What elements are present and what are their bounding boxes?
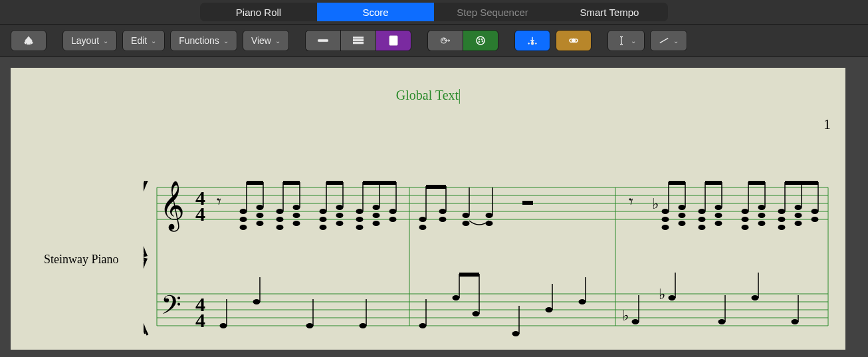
score-page[interactable]: Global Text 1 Steinway Piano 𝄞 𝄢 4 [11, 68, 845, 350]
bass-clef: 𝄢 [161, 291, 181, 326]
treble-clef: 𝄞 [160, 181, 185, 232]
chevron-down-icon: ⌄ [673, 37, 679, 45]
svg-point-100 [699, 209, 706, 214]
svg-point-7 [444, 39, 445, 40]
tab-smart-tempo[interactable]: Smart Tempo [551, 3, 668, 21]
svg-point-38 [240, 225, 247, 230]
page-view-button[interactable] [376, 30, 411, 51]
svg-rect-74 [363, 181, 396, 185]
svg-point-96 [679, 221, 686, 226]
svg-point-65 [356, 225, 364, 230]
svg-point-57 [336, 205, 344, 210]
linear-view-icon [318, 35, 328, 46]
svg-point-140 [453, 295, 460, 300]
svg-point-47 [276, 225, 284, 230]
svg-point-45 [276, 209, 284, 214]
svg-point-83 [463, 221, 470, 226]
score-toolbar: Layout⌄ Edit⌄ Functions⌄ View⌄ ✱ ⌄ ⌄ [0, 25, 868, 57]
svg-point-55 [320, 217, 327, 222]
tab-step-sequencer[interactable]: Step Sequencer [434, 3, 551, 21]
view-mode-segment [305, 30, 411, 51]
global-text-field[interactable]: Global Text [396, 88, 460, 104]
wrapped-view-button[interactable] [340, 30, 376, 51]
svg-text:✱: ✱ [531, 41, 534, 45]
page-view-icon [388, 35, 399, 46]
svg-point-110 [742, 217, 749, 222]
global-text-value: Global Text [396, 88, 459, 102]
music-staff[interactable]: 𝄞 𝄢 4 4 4 4 𝄾 [144, 181, 835, 354]
color-segment [427, 30, 498, 51]
svg-point-67 [373, 213, 380, 218]
svg-point-111 [742, 225, 749, 230]
layout-menu[interactable]: Layout⌄ [62, 30, 117, 51]
functions-menu[interactable]: Functions⌄ [170, 30, 237, 51]
view-label: View [251, 35, 271, 46]
svg-text:4: 4 [195, 309, 205, 331]
text-tool-menu[interactable]: ⌄ [607, 30, 645, 51]
svg-point-49 [293, 213, 300, 218]
line-tool-menu[interactable]: ⌄ [650, 30, 687, 51]
svg-point-104 [715, 213, 722, 218]
tab-piano-roll[interactable]: Piano Roll [200, 3, 317, 21]
tab-score[interactable]: Score [317, 3, 434, 21]
catch-button[interactable] [556, 30, 592, 51]
svg-point-15 [528, 43, 530, 45]
svg-point-85 [486, 213, 493, 218]
svg-point-76 [419, 225, 427, 230]
svg-text:♭: ♭ [659, 286, 665, 302]
svg-point-125 [812, 217, 819, 222]
svg-rect-44 [247, 181, 263, 185]
line-tool-icon [659, 35, 669, 46]
linear-view-button[interactable] [305, 30, 340, 51]
wrapped-view-icon [353, 35, 364, 46]
svg-rect-53 [283, 181, 300, 185]
svg-point-6 [442, 39, 443, 41]
text-cursor [459, 89, 460, 104]
svg-point-37 [240, 217, 247, 222]
svg-text:♭: ♭ [622, 307, 629, 324]
score-canvas-area: Global Text 1 Steinway Piano 𝄞 𝄢 4 [0, 57, 868, 357]
view-menu[interactable]: View⌄ [243, 30, 289, 51]
functions-label: Functions [179, 35, 219, 46]
svg-point-59 [336, 221, 344, 226]
instrument-name[interactable]: Steinway Piano [44, 253, 119, 267]
svg-point-66 [373, 205, 380, 210]
svg-point-118 [778, 209, 786, 214]
text-cursor-icon [616, 35, 627, 46]
svg-point-48 [293, 205, 300, 210]
midi-in-button[interactable]: ✱ [514, 30, 550, 51]
svg-rect-3 [353, 42, 364, 43]
part-box-button[interactable] [427, 30, 463, 51]
svg-point-9 [477, 37, 485, 45]
svg-point-119 [778, 217, 786, 222]
chevron-down-icon: ⌄ [151, 37, 156, 45]
svg-point-36 [240, 209, 247, 214]
edit-menu[interactable]: Edit⌄ [122, 30, 165, 51]
chevron-down-icon: ⌄ [103, 37, 108, 45]
palette-outgoing-icon [440, 35, 451, 46]
svg-rect-129 [785, 181, 818, 185]
svg-point-70 [389, 217, 397, 222]
bass-staff [157, 294, 828, 326]
svg-point-95 [679, 213, 686, 218]
svg-rect-4 [389, 36, 397, 45]
svg-point-155 [669, 295, 676, 300]
svg-point-103 [715, 205, 722, 210]
svg-point-152 [632, 319, 639, 324]
svg-rect-0 [318, 39, 328, 41]
svg-point-69 [389, 209, 397, 214]
svg-rect-1 [353, 37, 364, 38]
svg-point-58 [336, 213, 344, 218]
color-button[interactable] [463, 30, 498, 51]
layout-label: Layout [71, 35, 99, 46]
svg-point-93 [662, 225, 669, 230]
svg-point-56 [320, 225, 327, 230]
back-arrow-button[interactable] [11, 30, 47, 51]
chevron-down-icon: ⌄ [631, 37, 636, 45]
svg-point-50 [293, 221, 300, 226]
svg-point-120 [778, 225, 786, 230]
svg-point-109 [742, 209, 749, 214]
palette-icon [475, 35, 486, 46]
svg-rect-117 [748, 181, 765, 185]
chevron-down-icon: ⌄ [275, 37, 280, 45]
